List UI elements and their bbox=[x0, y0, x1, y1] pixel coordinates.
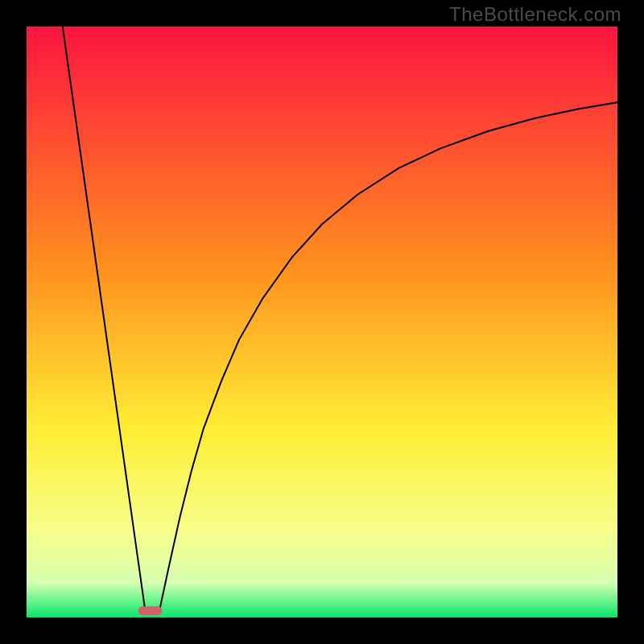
bottleneck-marker bbox=[138, 606, 162, 615]
chart-frame: TheBottleneck.com bbox=[0, 0, 644, 644]
frame-right bbox=[617, 0, 644, 644]
watermark-text: TheBottleneck.com bbox=[449, 3, 621, 26]
frame-left bbox=[0, 0, 27, 644]
plot-background bbox=[26, 26, 618, 618]
chart-svg bbox=[0, 0, 644, 644]
frame-bottom bbox=[0, 617, 644, 644]
